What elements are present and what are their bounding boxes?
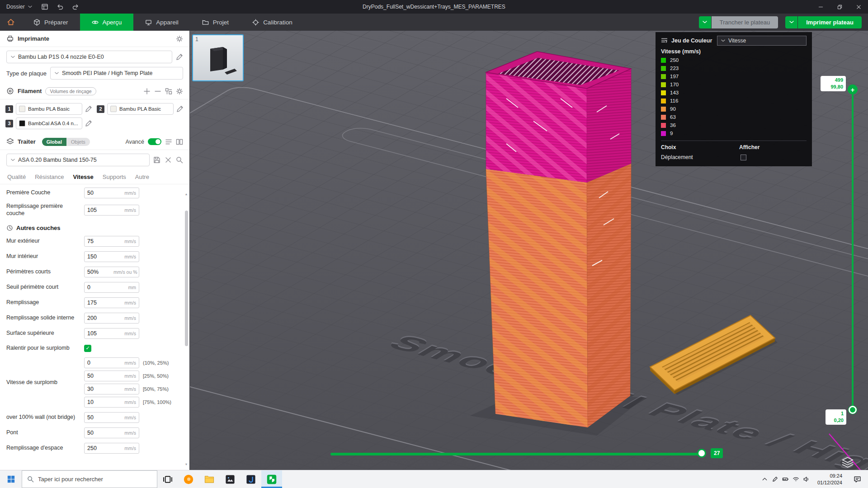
setting-value-input[interactable]	[87, 386, 113, 392]
move-slider-track[interactable]	[330, 453, 704, 455]
edit-filament-icon[interactable]	[85, 120, 92, 127]
setting-input[interactable]: mm/s	[84, 188, 139, 198]
setting-input[interactable]: mm/s	[84, 313, 139, 324]
setting-value-input[interactable]	[87, 360, 113, 366]
printer-select[interactable]: Bambu Lab P1S 0.4 nozzle E0-E0	[6, 51, 172, 63]
setting-input[interactable]: mm/s	[84, 205, 139, 216]
setting-input[interactable]: mm/s ou %	[84, 267, 139, 277]
scroll-up-arrow[interactable]: ▲	[185, 192, 188, 198]
setting-value-input[interactable]	[87, 445, 113, 451]
layer-slider-track[interactable]	[852, 94, 854, 410]
action-center-button[interactable]	[848, 475, 866, 483]
setting-value-input[interactable]	[87, 315, 113, 321]
bambu-studio-button[interactable]	[261, 470, 282, 488]
setting-value-input[interactable]	[87, 373, 113, 379]
setting-checkbox[interactable]: ✓	[84, 345, 91, 352]
move-slider-handle[interactable]	[697, 449, 706, 458]
legend-collapse-icon[interactable]	[661, 38, 668, 43]
tab-apercu[interactable]: Aperçu	[80, 14, 134, 31]
layer-slider-plus-button[interactable]: +	[848, 84, 858, 94]
setting-input[interactable]: mm/s	[84, 297, 139, 308]
scope-objects-button[interactable]: Objets	[66, 138, 90, 146]
search-settings-icon[interactable]	[176, 156, 183, 164]
file-explorer-button[interactable]	[199, 470, 220, 488]
add-filament-icon[interactable]	[143, 88, 151, 95]
tab-projet[interactable]: Projet	[190, 14, 241, 31]
setting-input[interactable]: mm/s	[84, 427, 139, 438]
slice-plate-button[interactable]: Trancher le plateau	[712, 16, 778, 28]
setting-input[interactable]: mm/s	[84, 384, 139, 394]
setting-input[interactable]: mm/s	[84, 397, 139, 408]
flush-volumes-button[interactable]: Volumes de rinçage	[45, 87, 96, 95]
undo-icon[interactable]	[57, 3, 64, 10]
plate-type-select[interactable]: Smooth PEI Plate / High Temp Plate	[50, 67, 183, 80]
remove-filament-icon[interactable]	[154, 88, 161, 95]
volume-icon[interactable]	[801, 473, 811, 486]
document-app-button[interactable]	[241, 470, 261, 488]
setting-value-input[interactable]	[87, 238, 113, 244]
compare-presets-icon[interactable]	[176, 138, 183, 145]
process-tab-résistance[interactable]: Résistance	[35, 174, 64, 180]
viewport-3d[interactable]: Smooth PEI Plate / High Temp Plate Smoot…	[190, 31, 868, 470]
print-plate-button[interactable]: Imprimer plateau	[798, 16, 862, 28]
firefox-button[interactable]	[178, 470, 199, 488]
print-options-button[interactable]	[785, 16, 797, 28]
color-scheme-select[interactable]: Vitesse	[717, 36, 807, 46]
layer-slider-handle[interactable]	[849, 406, 857, 414]
wifi-icon[interactable]	[791, 473, 801, 486]
printer-settings-gear-icon[interactable]	[176, 35, 183, 42]
setting-input[interactable]: mm	[84, 282, 139, 293]
setting-value-input[interactable]	[87, 190, 113, 196]
setting-value-input[interactable]	[87, 430, 113, 436]
process-tab-autre[interactable]: Autre	[135, 174, 149, 180]
setting-value-input[interactable]	[87, 300, 113, 306]
setting-value-input[interactable]	[87, 207, 113, 213]
setting-input[interactable]: mm/s	[84, 236, 139, 247]
open-project-icon[interactable]	[41, 3, 48, 10]
slice-options-button[interactable]	[699, 16, 711, 28]
process-tab-vitesse[interactable]: Vitesse	[73, 174, 94, 180]
setting-input[interactable]: mm/s	[84, 357, 139, 368]
setting-input[interactable]: mm/s	[84, 443, 139, 454]
filament-settings-gear-icon[interactable]	[176, 88, 183, 95]
layers-view-button[interactable]	[841, 457, 854, 468]
start-button[interactable]	[0, 470, 22, 488]
save-preset-icon[interactable]	[153, 156, 160, 164]
scope-global-button[interactable]: Global	[42, 138, 66, 146]
delete-preset-icon[interactable]	[165, 156, 172, 164]
setting-value-input[interactable]	[87, 284, 113, 291]
plate-thumbnail[interactable]: 1	[192, 34, 244, 81]
travel-checkbox[interactable]	[741, 155, 746, 160]
ams-mapping-icon[interactable]	[165, 88, 172, 95]
setting-value-input[interactable]	[87, 414, 113, 421]
search-input[interactable]	[38, 476, 142, 483]
filament-select[interactable]: Bambu PLA Basic	[16, 103, 82, 115]
restore-button[interactable]	[830, 0, 849, 14]
edit-filament-icon[interactable]	[85, 105, 92, 113]
pen-icon[interactable]	[770, 473, 780, 486]
tab-calibration[interactable]: Calibration	[241, 14, 304, 31]
edit-printer-icon[interactable]	[176, 53, 183, 61]
chevron-up-icon[interactable]	[760, 473, 770, 486]
task-view-button[interactable]	[157, 470, 178, 488]
process-preset-select[interactable]: ASA 0.20 Bambu Stand 150-75	[6, 154, 150, 166]
home-button[interactable]	[0, 14, 22, 31]
close-button[interactable]	[849, 0, 868, 14]
edit-filament-icon[interactable]	[176, 105, 184, 113]
filament-select[interactable]: Bambu PLA Basic	[107, 103, 174, 115]
taskbar-clock[interactable]: 09:24 01/12/2024	[813, 473, 847, 486]
settings-scrollbar[interactable]: ▲ ▼	[184, 192, 189, 468]
process-tab-qualité[interactable]: Qualité	[7, 174, 26, 180]
battery-icon[interactable]	[780, 473, 791, 486]
image-viewer-button[interactable]	[220, 470, 241, 488]
model-drypod[interactable]	[470, 52, 644, 436]
process-tab-supports[interactable]: Supports	[103, 174, 126, 180]
scroll-down-arrow[interactable]: ▼	[185, 463, 188, 468]
setting-value-input[interactable]	[87, 253, 113, 260]
minimize-button[interactable]	[811, 0, 830, 14]
setting-input[interactable]: mm/s	[84, 328, 139, 339]
setting-value-input[interactable]	[87, 269, 113, 275]
setting-value-input[interactable]	[87, 399, 113, 405]
setting-input[interactable]: mm/s	[84, 251, 139, 262]
setting-input[interactable]: mm/s	[84, 371, 139, 381]
